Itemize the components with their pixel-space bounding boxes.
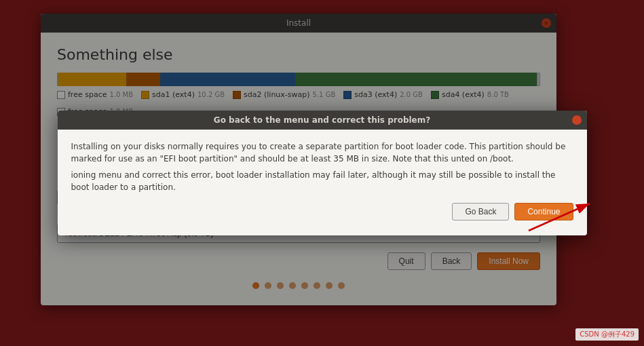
dialog-close-button[interactable] bbox=[572, 115, 582, 125]
continue-button[interactable]: Continue bbox=[514, 203, 573, 220]
dialog-body: Installing on your disks normally requir… bbox=[58, 130, 587, 235]
dialog-title: Go back to the menu and correct this pro… bbox=[214, 115, 430, 125]
dialog-titlebar: Go back to the menu and correct this pro… bbox=[58, 111, 587, 130]
dialog-text-1: Installing on your disks normally requir… bbox=[71, 140, 573, 165]
dialog-overlay: Go back to the menu and correct this pro… bbox=[0, 0, 644, 346]
dialog-text-1-content: Installing on your disks normally requir… bbox=[71, 142, 566, 164]
watermark: CSDN @例子429 bbox=[575, 328, 639, 341]
dialog: Go back to the menu and correct this pro… bbox=[58, 111, 587, 235]
dialog-buttons: Go Back Continue bbox=[71, 203, 573, 220]
go-back-button[interactable]: Go Back bbox=[452, 203, 509, 220]
dialog-text-2: ioning menu and correct this error, boot… bbox=[71, 169, 573, 193]
dialog-text-2-content: ioning menu and correct this error, boot… bbox=[71, 170, 556, 192]
